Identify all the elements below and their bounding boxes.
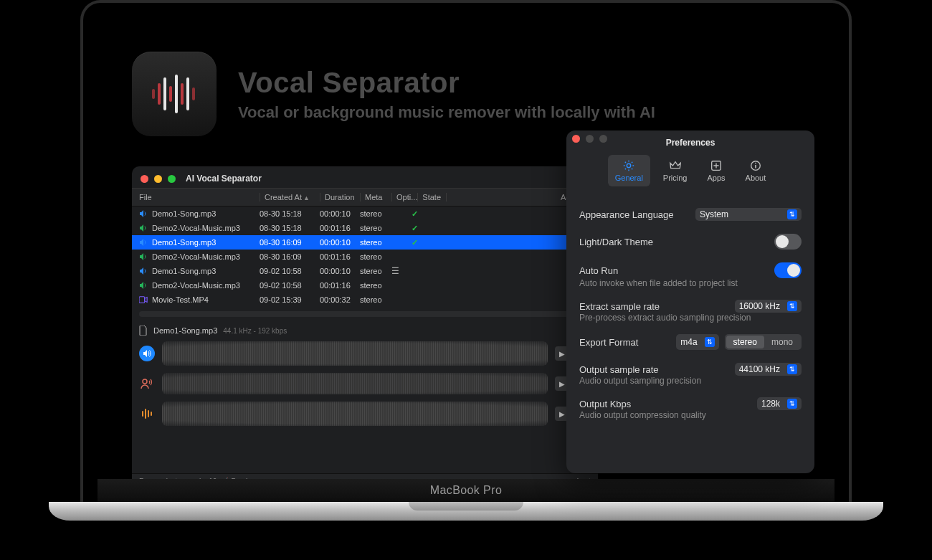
export-channels-segmented[interactable]: stereo mono — [725, 334, 802, 350]
track-vocal: ▶ ⋯ — [139, 373, 591, 394]
hero: Vocal Separator Vocal or background musi… — [132, 52, 655, 136]
duration: 00:00:10 — [320, 238, 360, 247]
col-meta[interactable]: Meta — [360, 193, 391, 201]
zoom-button[interactable] — [599, 135, 607, 143]
audio-icon — [139, 252, 148, 261]
waveform-original[interactable] — [162, 341, 548, 366]
created-at: 08-30 16:09 — [260, 252, 320, 261]
main-app-window: AI Vocal Separator File Created At▲ Dura… — [132, 166, 598, 489]
appearance-language-label: Appearance Language — [579, 209, 674, 220]
device-label: MacBook Pro — [98, 479, 834, 502]
audio-icon — [139, 238, 148, 247]
table-row[interactable]: Demo1-Song.mp308-30 16:0900:00:10stereo✓ — [132, 235, 598, 250]
file-name: Movie-Test.MP4 — [152, 295, 209, 304]
meta: stereo — [360, 252, 391, 261]
chevrons-icon: ⇅ — [705, 337, 715, 347]
duration: 00:00:10 — [320, 267, 360, 275]
apps-icon — [710, 159, 723, 172]
file-name: Demo2-Vocal-Music.mp3 — [152, 224, 240, 232]
meta: stereo — [360, 267, 391, 275]
col-options[interactable]: Opti... — [391, 193, 417, 201]
playback-file-meta: 44.1 kHz - 192 kbps — [223, 327, 287, 335]
output-rate-select[interactable]: 44100 kHz ⇅ — [735, 363, 802, 376]
autorun-toggle[interactable] — [774, 262, 802, 278]
chevrons-icon: ⇅ — [787, 301, 797, 311]
output-kbps-select[interactable]: 128k ⇅ — [757, 397, 802, 410]
waveform-music[interactable] — [162, 402, 548, 426]
track-music: ▶ ⋯ — [139, 402, 591, 426]
close-button[interactable] — [572, 135, 580, 143]
chevrons-icon: ⇅ — [787, 399, 797, 409]
created-at: 08-30 16:09 — [260, 238, 320, 247]
meta: stereo — [360, 281, 391, 290]
macbook-notch — [409, 502, 523, 511]
table-row[interactable]: Demo2-Vocal-Music.mp308-30 16:0900:01:16… — [132, 250, 598, 264]
appearance-language-select[interactable]: System ⇅ — [695, 208, 802, 221]
file-name: Demo1-Song.mp3 — [152, 209, 216, 218]
main-window-controls: AI Vocal Separator — [132, 166, 598, 188]
duration: 00:01:16 — [320, 252, 360, 261]
extract-rate-sub: Pre-process extract audio sampling preci… — [579, 313, 802, 323]
audio-icon — [139, 209, 148, 218]
duration: 00:01:16 — [320, 281, 360, 290]
playback-panel: Demo1-Song.mp3 44.1 kHz - 192 kbps ▶ ⋯ — [132, 320, 598, 426]
tab-general[interactable]: General — [608, 155, 650, 186]
chevrons-icon: ⇅ — [787, 364, 797, 374]
export-format-select[interactable]: m4a ⇅ — [676, 334, 718, 350]
waveform-vocal[interactable] — [162, 373, 548, 394]
minimize-button[interactable] — [586, 135, 594, 143]
output-kbps-sub: Audio output compression quality — [579, 410, 802, 420]
hero-title: Vocal Separator — [238, 67, 655, 99]
main-window-title: AI Vocal Separator — [186, 174, 262, 184]
check-icon: ✓ — [412, 209, 418, 218]
tab-apps[interactable]: Apps — [700, 155, 732, 186]
duration: 00:00:10 — [320, 209, 360, 218]
meta: stereo — [360, 295, 391, 304]
horizontal-scrollbar[interactable] — [139, 311, 591, 317]
person-voice-icon[interactable] — [139, 376, 155, 391]
table-row[interactable]: Demo2-Vocal-Music.mp308-30 15:1800:01:16… — [132, 221, 598, 235]
tab-pricing[interactable]: Pricing — [656, 155, 695, 186]
table-row[interactable]: Demo1-Song.mp308-30 15:1800:00:10stereo✓ — [132, 207, 598, 221]
svg-point-20 — [755, 163, 756, 164]
col-state[interactable]: State — [417, 193, 446, 201]
options-icon[interactable]: ☰ — [391, 266, 399, 276]
col-created-at[interactable]: Created At▲ — [260, 193, 320, 201]
crown-icon — [669, 159, 682, 172]
file-name: Demo2-Vocal-Music.mp3 — [152, 281, 240, 290]
tab-about[interactable]: About — [738, 155, 774, 186]
chevrons-icon: ⇅ — [787, 209, 797, 219]
file-table: Demo1-Song.mp308-30 15:1800:00:10stereo✓… — [132, 207, 598, 307]
svg-point-14 — [627, 163, 631, 167]
meta: stereo — [360, 209, 391, 218]
table-row[interactable]: Demo2-Vocal-Music.mp309-02 10:5800:01:16… — [132, 278, 598, 293]
equalizer-icon[interactable] — [139, 406, 155, 422]
check-icon: ✓ — [412, 224, 418, 232]
file-name: Demo1-Song.mp3 — [152, 238, 216, 247]
table-row[interactable]: Movie-Test.MP409-02 15:3900:00:32stereo — [132, 293, 598, 307]
created-at: 09-02 15:39 — [260, 295, 320, 304]
col-file[interactable]: File — [139, 193, 260, 201]
hero-subtitle: Vocal or background music remover with l… — [238, 103, 655, 122]
seg-stereo[interactable]: stereo — [726, 336, 764, 348]
meta: stereo — [360, 224, 391, 232]
prefs-title: Preferences — [666, 138, 715, 148]
col-duration[interactable]: Duration — [320, 193, 360, 201]
theme-toggle[interactable] — [774, 234, 802, 250]
track-original: ▶ ⋯ — [139, 341, 591, 366]
minimize-button[interactable] — [154, 175, 162, 183]
table-header: File Created At▲ Duration Meta Opti... S… — [132, 188, 598, 207]
audio-icon — [139, 267, 148, 275]
file-name: Demo1-Song.mp3 — [152, 267, 216, 275]
extract-rate-select[interactable]: 16000 kHz ⇅ — [735, 300, 802, 313]
seg-mono[interactable]: mono — [764, 336, 800, 348]
preferences-window: Preferences General Pricing Apps About A… — [566, 130, 814, 473]
prefs-titlebar: Preferences — [566, 130, 814, 151]
audio-icon — [139, 224, 148, 232]
created-at: 09-02 10:58 — [260, 281, 320, 290]
table-row[interactable]: Demo1-Song.mp309-02 10:5800:00:10stereo☰ — [132, 264, 598, 278]
zoom-button[interactable] — [168, 175, 176, 183]
speaker-icon[interactable] — [139, 346, 155, 361]
close-button[interactable] — [141, 175, 148, 183]
prefs-tabs: General Pricing Apps About — [566, 151, 814, 195]
